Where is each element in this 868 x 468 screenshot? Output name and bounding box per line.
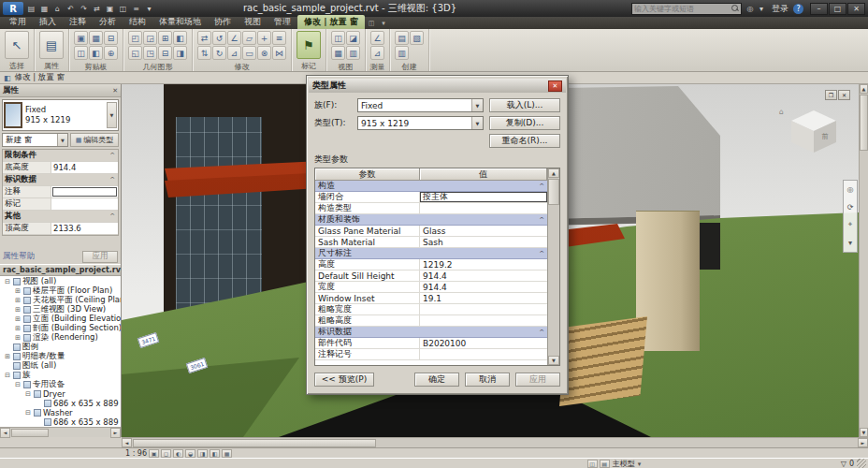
ok-button[interactable]: 确定: [414, 373, 459, 387]
view-control-icon[interactable]: ▦: [222, 449, 232, 458]
property-value-cell[interactable]: [52, 187, 117, 197]
param-value-cell[interactable]: [420, 315, 547, 326]
scroll-down-icon[interactable]: [860, 428, 868, 437]
type-param-row[interactable]: 高度 1219.2: [315, 259, 547, 271]
scroll-right-icon[interactable]: [110, 428, 121, 438]
dialog-titlebar[interactable]: 类型属性 ✕: [309, 79, 566, 93]
type-param-row[interactable]: 标识数据: [315, 327, 547, 338]
column-header-value[interactable]: 值: [420, 168, 547, 181]
property-row[interactable]: 标记: [3, 198, 118, 211]
type-selector[interactable]: Fixed 915 x 1219: [2, 99, 119, 131]
tree-expand-icon[interactable]: ⊞: [14, 324, 22, 333]
quick-access-icon[interactable]: ▦: [38, 3, 51, 15]
chevron-down-icon[interactable]: [471, 117, 483, 129]
ribbon-tab[interactable]: 管理: [268, 15, 297, 29]
param-value-cell[interactable]: Sash: [420, 237, 547, 247]
duplicate-button[interactable]: 复制(D)...: [489, 116, 560, 130]
type-param-row[interactable]: 构造: [315, 181, 547, 192]
ribbon-tool-icon[interactable]: ⋈: [272, 46, 286, 60]
scroll-thumb[interactable]: [860, 95, 868, 151]
tree-item[interactable]: ⊞ 三维视图 (3D View): [0, 305, 121, 314]
ribbon-tool-icon[interactable]: ◨: [173, 46, 187, 60]
tree-expand-icon[interactable]: ⊞: [14, 296, 22, 305]
quick-access-icon[interactable]: ▾: [143, 3, 155, 15]
tree-item[interactable]: ⊞ 渲染 (Rendering): [0, 333, 121, 343]
navigation-tool-icon[interactable]: ⌖: [848, 220, 853, 229]
ribbon-tool-icon[interactable]: ↻: [212, 46, 226, 60]
ribbon-tool-icon[interactable]: ⊞: [158, 31, 172, 45]
cancel-button[interactable]: 取消: [465, 373, 510, 387]
type-param-row[interactable]: Default Sill Height 914.4: [315, 271, 547, 282]
table-vscrollbar[interactable]: [547, 168, 559, 365]
ribbon-tool-icon[interactable]: ▱: [242, 31, 256, 45]
ribbon-tool-icon[interactable]: ⊟: [158, 46, 172, 60]
tree-item[interactable]: 图例: [0, 343, 121, 352]
chevron-down-icon[interactable]: [57, 134, 67, 146]
scroll-thumb[interactable]: [548, 179, 559, 205]
property-value-cell[interactable]: [51, 198, 118, 210]
ribbon-tool-icon[interactable]: ⊗: [257, 46, 271, 60]
ribbon-tab[interactable]: 视图: [238, 15, 268, 29]
family-combo[interactable]: Fixed: [357, 98, 484, 112]
view-control-icon[interactable]: ◻: [161, 449, 171, 458]
sign-in-link[interactable]: 登录: [770, 3, 790, 15]
ribbon-tool-icon[interactable]: ∠: [370, 31, 384, 45]
ribbon-toggle-icon[interactable]: ◫: [365, 18, 379, 29]
tree-expand-icon[interactable]: ⊟: [24, 389, 32, 399]
quick-access-icon[interactable]: ↷: [78, 3, 90, 15]
tree-expand-icon[interactable]: ⊞: [14, 286, 22, 296]
ribbon-tab[interactable]: 结构: [123, 15, 152, 29]
param-value-cell[interactable]: 914.4: [420, 271, 547, 281]
tree-expand-icon[interactable]: ⊟: [24, 408, 32, 417]
chevron-down-icon[interactable]: [638, 460, 642, 468]
tree-item[interactable]: ⊞ 剖面 (Building Section): [0, 324, 121, 333]
new-element-combo[interactable]: 新建 窗: [2, 133, 68, 147]
help-search-box[interactable]: [631, 3, 742, 15]
tree-expand-icon[interactable]: ⊟: [14, 380, 22, 389]
ribbon-tool-icon[interactable]: ≡: [272, 31, 286, 45]
navigation-tool-icon[interactable]: ◎: [847, 185, 854, 194]
properties-help-link[interactable]: 属性帮助: [3, 251, 35, 262]
ribbon-tool-icon[interactable]: ∠: [227, 31, 241, 45]
property-row[interactable]: 其他: [3, 211, 118, 223]
apply-button[interactable]: 应用: [515, 373, 560, 387]
apply-button[interactable]: 应用: [82, 251, 118, 263]
ribbon-tab[interactable]: 插入: [33, 15, 63, 29]
tree-item[interactable]: ⊟ Dryer: [0, 389, 121, 399]
param-value-cell[interactable]: Glass: [420, 226, 547, 236]
edit-type-button[interactable]: 编辑类型: [70, 133, 119, 147]
quick-access-icon[interactable]: ↶: [65, 3, 77, 15]
viewcube[interactable]: ⌂ 前: [788, 110, 842, 165]
ribbon-tool-icon[interactable]: ◳: [143, 46, 157, 60]
chevron-down-icon[interactable]: [471, 99, 483, 111]
mod-select-button[interactable]: ↖: [5, 31, 29, 59]
search-input[interactable]: [634, 5, 730, 13]
ribbon-tab[interactable]: 体量和场地: [152, 15, 208, 29]
window-control-button[interactable]: □: [829, 3, 846, 15]
quick-access-icon[interactable]: ▣: [104, 3, 116, 15]
tree-expand-icon[interactable]: ⊟: [4, 277, 11, 286]
close-icon[interactable]: ✕: [112, 87, 118, 95]
close-icon[interactable]: ✕: [548, 80, 562, 92]
scroll-thumb[interactable]: [133, 439, 376, 447]
scroll-up-icon[interactable]: [860, 84, 868, 94]
ribbon-tool-icon[interactable]: ⊟: [104, 31, 118, 45]
tree-item[interactable]: 图纸 (all): [0, 361, 121, 371]
scale-indicator[interactable]: 1 : 96: [125, 449, 147, 458]
app-menu-button[interactable]: R: [3, 2, 23, 15]
type-param-row[interactable]: 构造类型: [315, 203, 547, 214]
ribbon-tool-icon[interactable]: ▧: [410, 31, 424, 45]
view-control-icon[interactable]: ◧: [210, 449, 220, 458]
ribbon-tool-icon[interactable]: ◧: [89, 46, 103, 60]
scroll-down-icon[interactable]: [548, 356, 559, 365]
type-param-row[interactable]: Sash Material Sash: [315, 237, 547, 248]
tree-expand-icon[interactable]: ⊞: [4, 352, 11, 361]
property-row[interactable]: 注释: [3, 186, 118, 198]
view-control-icon[interactable]: ◨: [197, 449, 208, 458]
ribbon-tab[interactable]: 协作: [208, 15, 238, 29]
properties-palette-header[interactable]: 属性 ✕: [0, 84, 121, 97]
resize-grip[interactable]: [857, 459, 866, 468]
param-value-cell[interactable]: 914.4: [420, 282, 547, 292]
type-param-row[interactable]: 材质和装饰: [315, 214, 547, 226]
ribbon-tool-icon[interactable]: ⊿: [227, 46, 241, 60]
